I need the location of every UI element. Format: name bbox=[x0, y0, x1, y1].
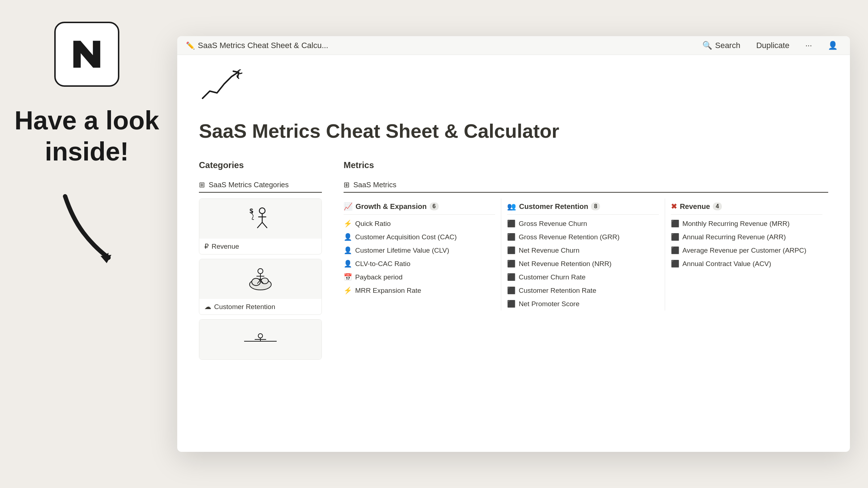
categories-column: Categories ⊞ SaaS Metrics Categories bbox=[199, 160, 322, 364]
promo-text: Have a look inside! bbox=[14, 105, 159, 167]
net-rev-churn-label: Net Revenue Churn bbox=[519, 247, 579, 254]
page-title: SaaS Metrics Cheat Sheet & Calculator bbox=[199, 120, 828, 142]
category-card-retention[interactable]: ☁ Customer Retention bbox=[199, 259, 322, 315]
pencil-icon: ✏️ bbox=[186, 41, 195, 50]
cac-icon: 👤 bbox=[344, 233, 352, 241]
nps-icon: ⬛ bbox=[507, 300, 516, 308]
mrr-exp-label: MRR Expansion Rate bbox=[355, 287, 421, 295]
categories-header: Categories bbox=[199, 160, 322, 170]
metric-cac[interactable]: 👤 Customer Acquisition Cost (CAC) bbox=[344, 230, 495, 244]
clv-cac-icon: 👤 bbox=[344, 260, 352, 268]
metrics-table-icon: ⊞ bbox=[344, 180, 350, 189]
avatar-icon: 👤 bbox=[828, 41, 838, 50]
metrics-column: Metrics ⊞ SaaS Metrics 📈 Growth & Expans… bbox=[344, 160, 828, 364]
gross-churn-label: Gross Revenue Churn bbox=[519, 220, 587, 228]
search-label: Search bbox=[715, 41, 740, 50]
growth-header: 📈 Growth & Expansion 6 bbox=[344, 198, 495, 215]
retention-rate-label: Customer Retention Rate bbox=[519, 287, 596, 295]
categories-tab[interactable]: ⊞ SaaS Metrics Categories bbox=[199, 177, 322, 193]
grr-label: Gross Revenue Retention (GRR) bbox=[519, 233, 620, 241]
metric-retention-rate[interactable]: ⬛ Customer Retention Rate bbox=[507, 284, 659, 297]
category-card-third[interactable] bbox=[199, 319, 322, 360]
table-icon: ⊞ bbox=[199, 180, 205, 189]
metric-clv[interactable]: 👤 Customer Lifetime Value (CLV) bbox=[344, 244, 495, 257]
growth-icon: 📈 bbox=[344, 202, 353, 211]
retention-header: 👥 Customer Retention 8 bbox=[507, 198, 659, 215]
category-card-revenue[interactable]: $ ₽ Revenue bbox=[199, 198, 322, 254]
content-area: SaaS Metrics Cheat Sheet & Calculator Ca… bbox=[177, 55, 850, 452]
search-icon: 🔍 bbox=[702, 41, 712, 50]
metric-acv[interactable]: ⬛ Annual Contract Value (ACV) bbox=[671, 257, 822, 270]
clv-cac-label: CLV-to-CAC Ratio bbox=[355, 260, 410, 268]
metric-payback[interactable]: 📅 Payback period bbox=[344, 270, 495, 284]
metric-mrr-expansion[interactable]: ⚡ MRR Expansion Rate bbox=[344, 284, 495, 297]
category-card-image-third bbox=[199, 320, 322, 359]
retention-rate-icon: ⬛ bbox=[507, 286, 516, 295]
revenue-icon: ₽ bbox=[204, 242, 209, 251]
grr-icon: ⬛ bbox=[507, 233, 516, 241]
metrics-tab-label: SaaS Metrics bbox=[353, 181, 396, 189]
duplicate-label: Duplicate bbox=[756, 41, 790, 50]
metric-nrr[interactable]: ⬛ Net Revenue Retention (NRR) bbox=[507, 257, 659, 270]
quick-ratio-label: Quick Ratio bbox=[355, 220, 391, 228]
mrr-icon: ⬛ bbox=[671, 219, 680, 228]
notion-logo bbox=[54, 22, 119, 87]
metrics-grid: 📈 Growth & Expansion 6 ⚡ Quick Ratio 👤 C… bbox=[344, 198, 828, 311]
user-avatar[interactable]: 👤 bbox=[824, 39, 841, 52]
nrr-icon: ⬛ bbox=[507, 260, 516, 268]
svg-line-2 bbox=[238, 69, 241, 71]
revenue-section-icon: ✖ bbox=[671, 202, 677, 211]
customer-churn-label: Customer Churn Rate bbox=[519, 273, 586, 281]
growth-header-label: Growth & Expansion bbox=[356, 202, 427, 211]
metric-grr[interactable]: ⬛ Gross Revenue Retention (GRR) bbox=[507, 230, 659, 244]
topbar: ✏️ SaaS Metrics Cheat Sheet & Calcu... 🔍… bbox=[177, 36, 850, 55]
revenue-label: Revenue bbox=[212, 243, 239, 251]
topbar-title: SaaS Metrics Cheat Sheet & Calcu... bbox=[198, 41, 328, 50]
metrics-col-growth: 📈 Growth & Expansion 6 ⚡ Quick Ratio 👤 C… bbox=[344, 198, 501, 311]
metric-mrr[interactable]: ⬛ Monthly Recurring Revenue (MRR) bbox=[671, 217, 822, 230]
metric-customer-churn[interactable]: ⬛ Customer Churn Rate bbox=[507, 270, 659, 284]
metric-clv-cac[interactable]: 👤 CLV-to-CAC Ratio bbox=[344, 257, 495, 270]
arr-label: Annual Recurring Revenue (ARR) bbox=[682, 233, 786, 241]
payback-icon: 📅 bbox=[344, 273, 352, 281]
more-button[interactable]: ··· bbox=[802, 39, 816, 52]
revenue-count: 4 bbox=[713, 202, 722, 210]
nrr-label: Net Revenue Retention (NRR) bbox=[519, 260, 612, 268]
mrr-exp-icon: ⚡ bbox=[344, 286, 352, 295]
category-card-label-revenue: ₽ Revenue bbox=[199, 239, 322, 254]
clv-icon: 👤 bbox=[344, 246, 352, 254]
duplicate-button[interactable]: Duplicate bbox=[753, 39, 793, 52]
metric-quick-ratio[interactable]: ⚡ Quick Ratio bbox=[344, 217, 495, 230]
gross-churn-icon: ⬛ bbox=[507, 219, 516, 228]
arpc-icon: ⬛ bbox=[671, 246, 680, 254]
metrics-col-retention: 👥 Customer Retention 8 ⬛ Gross Revenue C… bbox=[507, 198, 665, 311]
search-button[interactable]: 🔍 Search bbox=[699, 39, 744, 52]
page-icon bbox=[199, 69, 828, 112]
metric-arr[interactable]: ⬛ Annual Recurring Revenue (ARR) bbox=[671, 230, 822, 244]
left-panel: Have a look inside! bbox=[0, 0, 174, 488]
metric-nps[interactable]: ⬛ Net Promoter Score bbox=[507, 297, 659, 311]
metric-gross-churn[interactable]: ⬛ Gross Revenue Churn bbox=[507, 217, 659, 230]
metric-net-rev-churn[interactable]: ⬛ Net Revenue Churn bbox=[507, 244, 659, 257]
arr-icon: ⬛ bbox=[671, 233, 680, 241]
retention-header-label: Customer Retention bbox=[519, 202, 588, 211]
main-columns: Categories ⊞ SaaS Metrics Categories bbox=[199, 160, 828, 364]
notion-window: ✏️ SaaS Metrics Cheat Sheet & Calcu... 🔍… bbox=[177, 36, 850, 452]
category-card-image-revenue: $ bbox=[199, 199, 322, 239]
retention-count: 8 bbox=[591, 202, 600, 210]
customer-churn-icon: ⬛ bbox=[507, 273, 516, 281]
svg-line-3 bbox=[239, 73, 242, 74]
acv-label: Annual Contract Value (ACV) bbox=[682, 260, 771, 268]
categories-tab-label: SaaS Metrics Categories bbox=[209, 181, 289, 189]
svg-point-5 bbox=[259, 208, 265, 214]
revenue-section-header: ✖ Revenue 4 bbox=[671, 198, 822, 215]
acv-icon: ⬛ bbox=[671, 260, 680, 268]
clv-label: Customer Lifetime Value (CLV) bbox=[355, 247, 449, 254]
metric-arpc[interactable]: ⬛ Average Revenue per Customer (ARPC) bbox=[671, 244, 822, 257]
category-card-label-retention: ☁ Customer Retention bbox=[199, 299, 322, 314]
topbar-breadcrumb: ✏️ SaaS Metrics Cheat Sheet & Calcu... bbox=[186, 41, 328, 50]
metrics-tab[interactable]: ⊞ SaaS Metrics bbox=[344, 177, 828, 193]
category-card-image-retention bbox=[199, 259, 322, 299]
svg-point-10 bbox=[258, 269, 263, 274]
quick-ratio-icon: ⚡ bbox=[344, 219, 352, 228]
